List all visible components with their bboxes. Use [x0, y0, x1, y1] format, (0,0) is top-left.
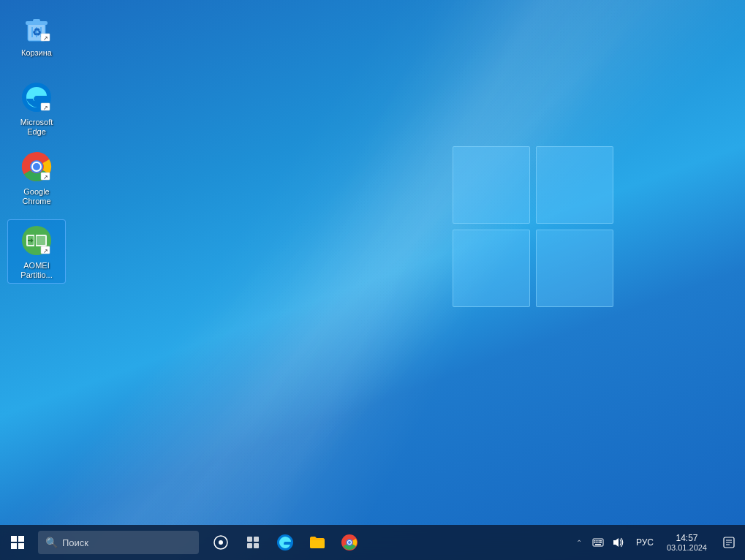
show-desktop-button[interactable] — [237, 525, 269, 560]
tray-expand-button[interactable]: ⌃ — [570, 525, 588, 560]
svg-text:↗: ↗ — [43, 174, 48, 181]
search-bar[interactable]: 🔍 Поиск — [38, 531, 199, 554]
svg-rect-27 — [247, 537, 252, 542]
aomei-image: ↗ — [19, 223, 54, 258]
svg-rect-45 — [595, 544, 601, 545]
volume-icon — [613, 537, 624, 548]
svg-rect-39 — [598, 540, 600, 542]
microsoft-edge-icon[interactable]: ↗ Microsoft Edge — [7, 77, 66, 140]
language-button[interactable]: РУС — [629, 525, 661, 560]
clock-time: 14:57 — [676, 533, 697, 543]
expand-icon: ⌃ — [575, 539, 583, 547]
svg-text:↗: ↗ — [43, 105, 48, 111]
svg-rect-42 — [596, 542, 597, 544]
system-tray: ⌃ — [570, 525, 745, 560]
taskbar: 🔍 Поиск — [0, 525, 745, 560]
svg-rect-30 — [254, 543, 259, 548]
recycle-bin-image: ♻ ↗ — [19, 10, 54, 45]
svg-point-15 — [33, 163, 40, 170]
svg-rect-44 — [600, 542, 602, 544]
google-chrome-image: ↗ — [19, 149, 54, 184]
svg-text:↗: ↗ — [43, 35, 48, 42]
svg-point-26 — [219, 540, 223, 545]
svg-rect-40 — [600, 540, 602, 542]
recycle-bin-icon[interactable]: ♻ ↗ Корзина — [7, 7, 66, 61]
aomei-partition-icon[interactable]: ↗ AOMEI Partitio... — [7, 219, 66, 284]
google-chrome-label: Google Chrome — [10, 187, 63, 206]
background-beam — [0, 0, 745, 560]
notification-button[interactable] — [713, 525, 745, 560]
taskbar-icons — [205, 525, 366, 560]
svg-rect-41 — [594, 542, 595, 544]
start-button[interactable] — [0, 525, 35, 560]
volume-button[interactable] — [608, 525, 629, 560]
desktop: ♻ ↗ Корзина ↗ Microsoft Edge — [0, 0, 745, 560]
input-indicator-button[interactable] — [588, 525, 608, 560]
task-view-button[interactable] — [205, 525, 237, 560]
svg-rect-37 — [594, 540, 595, 542]
aomei-label: AOMEI Partitio... — [11, 261, 62, 280]
clock-date: 03.01.2024 — [667, 543, 707, 552]
svg-text:♻: ♻ — [32, 26, 42, 38]
search-placeholder-text: Поиск — [62, 537, 88, 548]
svg-rect-43 — [598, 542, 600, 544]
taskbar-edge-button[interactable] — [269, 525, 301, 560]
svg-rect-28 — [254, 537, 259, 542]
svg-marker-46 — [613, 538, 619, 547]
svg-rect-38 — [596, 540, 597, 542]
clock-button[interactable]: 14:57 03.01.2024 — [661, 525, 713, 560]
recycle-bin-label: Корзина — [21, 48, 52, 58]
taskbar-chrome-button[interactable] — [333, 525, 366, 560]
svg-rect-22 — [37, 236, 45, 245]
microsoft-edge-image: ↗ — [19, 80, 54, 115]
svg-point-35 — [348, 541, 351, 544]
svg-rect-2 — [33, 19, 40, 22]
language-label: РУС — [633, 537, 657, 548]
google-chrome-icon[interactable]: ↗ Google Chrome — [7, 146, 66, 209]
svg-text:↗: ↗ — [43, 248, 48, 254]
keyboard-icon — [592, 537, 604, 548]
windows-logo — [453, 146, 613, 307]
search-icon: 🔍 — [45, 537, 58, 548]
start-icon — [11, 536, 24, 549]
notification-icon — [723, 537, 735, 548]
taskbar-explorer-button[interactable] — [301, 525, 333, 560]
svg-rect-29 — [247, 543, 252, 548]
microsoft-edge-label: Microsoft Edge — [10, 118, 63, 137]
